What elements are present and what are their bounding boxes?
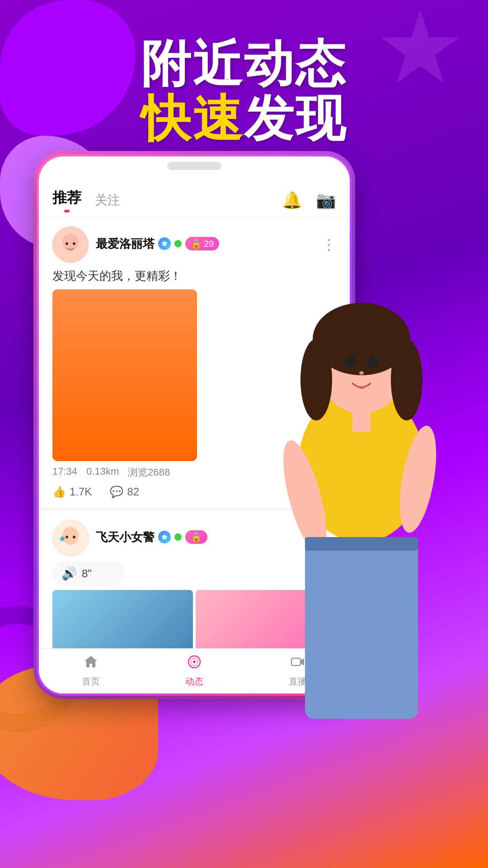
username-1: 最爱洛丽塔	[96, 236, 155, 252]
follower-badge-2: 🔒	[185, 530, 207, 544]
svg-rect-27	[305, 538, 418, 719]
girl-svg	[217, 217, 488, 737]
header-line2: 快速发现	[0, 91, 488, 146]
header-line2-highlight: 快速	[141, 90, 244, 146]
svg-point-1	[62, 233, 79, 251]
like-count-1: 1.7K	[70, 486, 92, 498]
nav-label-dynamic: 动态	[185, 675, 203, 688]
follower-badge-1: 🔒 29	[185, 237, 219, 250]
svg-point-20	[345, 356, 356, 368]
header-line1: 附近动态	[0, 36, 488, 91]
svg-rect-23	[352, 409, 371, 432]
verified-badge-1	[158, 237, 171, 250]
verified-badge-2	[158, 531, 171, 543]
post-distance: 0.13km	[86, 466, 119, 479]
nav-item-dynamic[interactable]: 动态	[185, 655, 203, 688]
online-dot-1	[174, 240, 182, 247]
svg-point-10	[60, 537, 65, 541]
follower-count-1: 29	[204, 239, 214, 249]
svg-point-6	[62, 527, 79, 545]
comment-count-1: 82	[127, 486, 139, 498]
bell-icon[interactable]: 🔔	[282, 191, 302, 210]
online-dot-2	[174, 533, 182, 541]
camera-icon[interactable]: 📷	[316, 191, 336, 210]
comment-button-1[interactable]: 💬 82	[110, 486, 139, 498]
svg-point-4	[73, 242, 75, 245]
header-line2-rest: 发现	[244, 90, 347, 146]
post-video-thumbnail[interactable]: ▶	[52, 289, 197, 461]
comment-icon: 💬	[110, 486, 123, 498]
phone-notch	[167, 162, 221, 170]
compass-icon	[187, 655, 202, 673]
svg-point-21	[367, 356, 378, 368]
svg-point-12	[193, 660, 196, 663]
app-header: 推荐 关注 🔔 📷	[39, 179, 350, 217]
voice-icon: 🔊	[61, 566, 77, 581]
post-views: 浏览2688	[128, 466, 170, 479]
svg-point-3	[66, 242, 68, 245]
post-time: 17:34	[52, 466, 77, 479]
header-icons: 🔔 📷	[282, 191, 336, 210]
svg-point-18	[300, 339, 332, 420]
avatar-2[interactable]	[52, 520, 89, 556]
nav-label-home: 首页	[82, 675, 100, 688]
avatar-1[interactable]	[52, 226, 89, 263]
tab-recommended[interactable]: 推荐	[52, 188, 81, 212]
username-2: 飞天小女警	[96, 529, 155, 545]
voice-duration: 8"	[82, 567, 92, 580]
like-icon: 👍	[52, 486, 66, 498]
girl-figure-overlay	[217, 217, 488, 737]
svg-point-22	[359, 371, 364, 375]
like-button-1[interactable]: 👍 1.7K	[52, 486, 92, 498]
nav-item-home[interactable]: 首页	[82, 655, 100, 688]
svg-rect-28	[305, 537, 418, 551]
voice-message[interactable]: 🔊 8"	[52, 561, 125, 585]
home-icon	[84, 655, 98, 673]
svg-point-8	[66, 536, 68, 538]
svg-point-19	[391, 339, 422, 420]
header-section: 附近动态 快速发现	[0, 36, 488, 146]
svg-point-9	[73, 536, 75, 538]
video-bg	[52, 289, 197, 461]
tab-following[interactable]: 关注	[95, 192, 120, 209]
